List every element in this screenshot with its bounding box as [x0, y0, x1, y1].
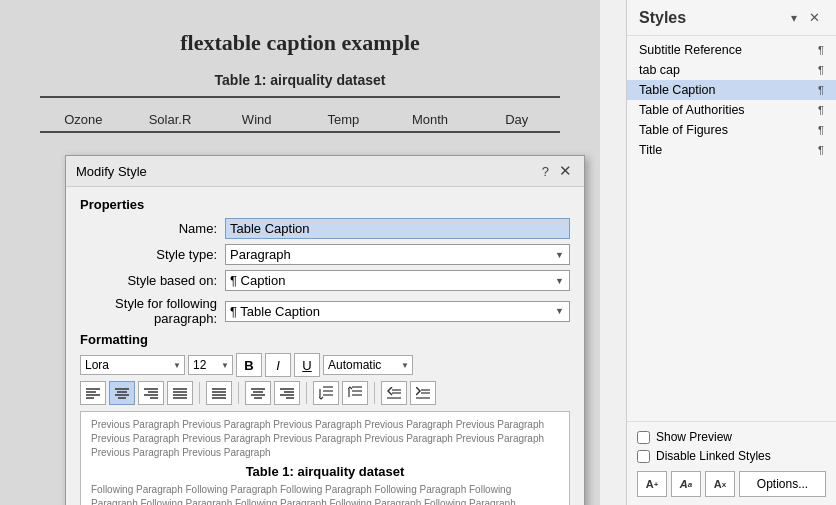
clear-style-button[interactable]: Ax [705, 471, 735, 497]
formatting-section: Formatting Lora 12 10 11 14 [80, 332, 570, 505]
style-item-name: Title [639, 143, 818, 157]
style-item-name: Table of Figures [639, 123, 818, 137]
style-following-row: Style for following paragraph: ¶ Table C… [80, 296, 570, 326]
dialog-title: Modify Style [76, 164, 147, 179]
show-preview-row: Show Preview [637, 430, 826, 444]
formatting-toolbar: Lora 12 10 11 14 B I U [80, 353, 570, 377]
styles-list: Subtitle Reference ¶ tab cap ¶ Table Cap… [627, 36, 836, 421]
style-item-name: tab cap [639, 63, 818, 77]
style-type-select[interactable]: Paragraph Character Linked [225, 244, 570, 265]
toolbar-separator-1 [199, 382, 200, 404]
toolbar-separator-4 [374, 382, 375, 404]
options-button[interactable]: Options... [739, 471, 826, 497]
styles-panel-header: Styles ▾ ✕ [627, 0, 836, 36]
align-right2-button[interactable] [274, 381, 300, 405]
name-input[interactable] [225, 218, 570, 239]
align-left-button[interactable] [80, 381, 106, 405]
styles-panel: Styles ▾ ✕ Subtitle Reference ¶ tab cap … [626, 0, 836, 505]
preview-previous-text: Previous Paragraph Previous Paragraph Pr… [91, 418, 559, 460]
name-row: Name: [80, 218, 570, 239]
color-select[interactable]: Automatic Black Red [323, 355, 413, 375]
style-item-subtitle-ref[interactable]: Subtitle Reference ¶ [627, 40, 836, 60]
dialog-titlebar: Modify Style ? ✕ [66, 156, 584, 187]
align-center-button[interactable] [109, 381, 135, 405]
styles-panel-header-controls: ▾ ✕ [787, 8, 824, 27]
dialog-body: Properties Name: Style type: Paragraph C… [66, 187, 584, 505]
preview-area: Previous Paragraph Previous Paragraph Pr… [80, 411, 570, 505]
style-item-name: Subtitle Reference [639, 43, 818, 57]
style-item-tab-cap[interactable]: tab cap ¶ [627, 60, 836, 80]
style-inspector-button[interactable]: Aa [671, 471, 701, 497]
dialog-help-button[interactable]: ? [542, 164, 549, 179]
name-label: Name: [80, 221, 225, 236]
style-following-label: Style for following paragraph: [80, 296, 225, 326]
bold-button[interactable]: B [236, 353, 262, 377]
dialog-close-button[interactable]: ✕ [557, 162, 574, 180]
new-style-button[interactable]: A+ [637, 471, 667, 497]
modify-style-dialog: Modify Style ? ✕ Properties Name: Style … [65, 155, 585, 505]
style-item-table-figures[interactable]: Table of Figures ¶ [627, 120, 836, 140]
style-following-select-wrapper: ¶ Table Caption Normal [225, 301, 570, 322]
styles-panel-footer: Show Preview Disable Linked Styles A+ Aa… [627, 421, 836, 505]
styles-panel-expand-button[interactable]: ▾ [787, 9, 801, 27]
italic-button[interactable]: I [265, 353, 291, 377]
styles-action-buttons: A+ Aa Ax Options... [637, 471, 826, 497]
style-item-title[interactable]: Title ¶ [627, 140, 836, 160]
preview-following-text: Following Paragraph Following Paragraph … [91, 483, 559, 505]
style-type-select-wrapper: Paragraph Character Linked [225, 244, 570, 265]
spacing-decrease-button[interactable] [313, 381, 339, 405]
size-select[interactable]: 12 10 11 14 [188, 355, 233, 375]
style-based-select[interactable]: ¶ Caption Normal [225, 270, 570, 291]
disable-linked-checkbox[interactable] [637, 450, 650, 463]
toolbar-separator-3 [306, 382, 307, 404]
name-field [225, 218, 570, 239]
style-item-name: Table Caption [639, 83, 818, 97]
style-based-select-wrapper: ¶ Caption Normal [225, 270, 570, 291]
align-justify-button[interactable] [167, 381, 193, 405]
indent-increase-button[interactable] [410, 381, 436, 405]
style-item-table-caption[interactable]: Table Caption ¶ [627, 80, 836, 100]
properties-section-label: Properties [80, 197, 570, 212]
dialog-titlebar-controls: ? ✕ [542, 162, 574, 180]
indent-decrease-button[interactable] [381, 381, 407, 405]
show-preview-label: Show Preview [656, 430, 732, 444]
style-based-label: Style based on: [80, 273, 225, 288]
styles-panel-title: Styles [639, 9, 686, 27]
toolbar-separator-2 [238, 382, 239, 404]
spacing-increase-button[interactable] [342, 381, 368, 405]
font-select[interactable]: Lora [80, 355, 185, 375]
show-preview-checkbox[interactable] [637, 431, 650, 444]
style-type-label: Style type: [80, 247, 225, 262]
styles-panel-close-button[interactable]: ✕ [805, 8, 824, 27]
distributed-button[interactable] [206, 381, 232, 405]
disable-linked-label: Disable Linked Styles [656, 449, 771, 463]
preview-main-text: Table 1: airquality dataset [91, 464, 559, 479]
style-type-row: Style type: Paragraph Character Linked [80, 244, 570, 265]
style-item-name: Table of Authorities [639, 103, 818, 117]
size-select-wrapper: 12 10 11 14 [188, 355, 233, 375]
style-item-table-authorities[interactable]: Table of Authorities ¶ [627, 100, 836, 120]
font-select-wrapper: Lora [80, 355, 185, 375]
color-select-wrapper: Automatic Black Red [323, 355, 413, 375]
underline-button[interactable]: U [294, 353, 320, 377]
disable-linked-row: Disable Linked Styles [637, 449, 826, 463]
align-right-button[interactable] [138, 381, 164, 405]
formatting-label: Formatting [80, 332, 570, 347]
style-following-select[interactable]: ¶ Table Caption Normal [225, 301, 570, 322]
align-center2-button[interactable] [245, 381, 271, 405]
style-based-row: Style based on: ¶ Caption Normal [80, 270, 570, 291]
align-toolbar [80, 381, 570, 405]
